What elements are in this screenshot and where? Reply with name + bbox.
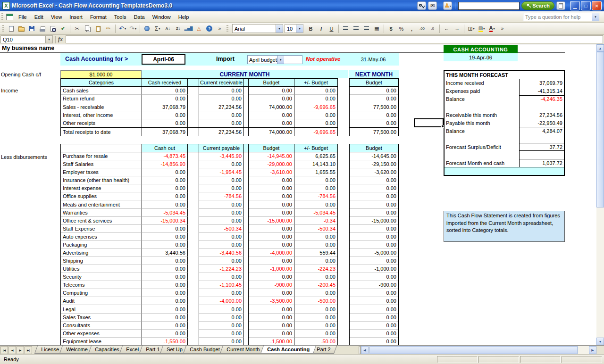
bold-icon[interactable]: B <box>306 24 316 33</box>
horizontal-scrollbar[interactable]: ◀ ▶ <box>361 346 596 354</box>
value-cell[interactable]: -500.34 <box>199 225 244 233</box>
forecast-label[interactable]: Expenses paid <box>445 87 519 95</box>
spacer-cell[interactable] <box>188 289 199 297</box>
value-cell[interactable]: 0.00 <box>294 314 337 322</box>
column-header-cell[interactable] <box>188 79 199 87</box>
spacer-cell[interactable] <box>244 127 249 135</box>
scroll-left-icon[interactable]: ◀ <box>361 346 369 354</box>
value-cell[interactable]: -15,000.00 <box>249 217 294 225</box>
value-cell[interactable]: 0.00 <box>142 95 188 103</box>
forecast-title[interactable]: THIS MONTH FORECAST <box>445 71 564 79</box>
menu-edit[interactable]: Edit <box>31 13 47 21</box>
value-cell[interactable]: 6,625.65 <box>294 152 337 160</box>
spacer-cell[interactable] <box>244 330 249 338</box>
value-cell[interactable]: 0.00 <box>199 111 244 119</box>
value-cell[interactable]: 0.00 <box>199 241 244 249</box>
value-cell[interactable]: 559.44 <box>294 249 337 257</box>
spacer-cell[interactable] <box>188 338 199 345</box>
category-cell[interactable]: Computing <box>61 289 142 297</box>
value-cell[interactable]: 0.00 <box>249 176 294 184</box>
value-cell[interactable]: -29,000.00 <box>249 160 294 168</box>
spacer-cell[interactable] <box>188 119 199 127</box>
value-cell[interactable]: 0.00 <box>350 273 398 281</box>
value-cell[interactable]: -784.56 <box>294 192 337 200</box>
value-cell[interactable]: 0.00 <box>249 184 294 192</box>
value-cell[interactable]: 0.00 <box>294 87 337 95</box>
spacer-cell[interactable] <box>188 305 199 313</box>
forecast-label[interactable]: Balance <box>445 95 519 103</box>
vertical-scroll-thumb[interactable] <box>596 52 604 207</box>
value-cell[interactable]: 0.00 <box>142 192 188 200</box>
selected-cell[interactable] <box>414 118 444 127</box>
category-cell[interactable]: Utilities <box>61 265 142 273</box>
spacer-cell[interactable] <box>188 127 199 135</box>
value-cell[interactable]: 0.00 <box>199 200 244 208</box>
spacer-cell[interactable] <box>244 338 249 345</box>
spacer-cell[interactable] <box>244 95 249 103</box>
forecast-value[interactable]: 4,284.07 <box>519 127 564 135</box>
chevron-down-icon[interactable]: ▾ <box>277 56 284 64</box>
spacer-cell[interactable] <box>244 249 249 257</box>
redo-icon[interactable]: ↷▾ <box>128 24 138 33</box>
value-cell[interactable]: 0.00 <box>350 200 398 208</box>
mail-icon[interactable]: ✉ <box>428 1 437 10</box>
import-select[interactable]: April budget ▾ <box>247 55 302 64</box>
value-cell[interactable]: 0.00 <box>350 289 398 297</box>
undo-icon[interactable]: ↶▾ <box>117 24 127 33</box>
value-cell[interactable]: -4,873.45 <box>142 152 188 160</box>
spacer-cell[interactable] <box>188 241 199 249</box>
toolbar-grip[interactable] <box>226 25 228 33</box>
toolbar-grip[interactable] <box>1 13 3 21</box>
value-cell[interactable]: 1,655.55 <box>294 168 337 176</box>
category-cell[interactable]: Staff Expense <box>61 225 142 233</box>
menu-insert[interactable]: Insert <box>66 13 86 21</box>
spacer-cell[interactable] <box>188 225 199 233</box>
align-left-icon[interactable] <box>341 24 351 33</box>
value-cell[interactable]: 0.00 <box>142 233 188 241</box>
next-month-header[interactable]: NEXT MONTH <box>349 70 399 78</box>
category-cell[interactable]: Telecoms <box>61 281 142 289</box>
drawing-icon[interactable]: △ <box>194 24 204 33</box>
category-cell[interactable]: Employer taxes <box>61 168 142 176</box>
value-cell[interactable]: 0.00 <box>350 184 398 192</box>
category-cell[interactable]: Meals and entertainment <box>61 200 142 208</box>
spacer-cell[interactable] <box>244 314 249 322</box>
column-header-cell[interactable]: +/- Budget <box>294 144 337 152</box>
forecast-label[interactable]: Income received <box>445 79 519 87</box>
spacer-cell[interactable] <box>244 176 249 184</box>
next-sheet-button[interactable]: ▶ <box>17 346 24 354</box>
sort-descending-icon[interactable]: Z↓ <box>173 24 183 33</box>
spacer-cell[interactable] <box>188 297 199 305</box>
value-cell[interactable]: 0.00 <box>142 168 188 176</box>
cut-icon[interactable]: ✂ <box>72 24 82 33</box>
value-cell[interactable]: 0.00 <box>294 184 337 192</box>
value-cell[interactable]: 0.00 <box>294 95 337 103</box>
minimize-button[interactable]: ▁ <box>570 1 580 10</box>
scroll-up-icon[interactable]: ▲ <box>596 44 604 52</box>
value-cell[interactable]: 0.00 <box>350 305 398 313</box>
value-cell[interactable]: -3,620.00 <box>350 168 398 176</box>
value-cell[interactable]: 0.00 <box>199 176 244 184</box>
value-cell[interactable]: 0.00 <box>294 111 337 119</box>
value-cell[interactable]: 0.00 <box>249 257 294 265</box>
value-cell[interactable]: 77,500.00 <box>350 103 398 111</box>
value-cell[interactable]: 0.00 <box>350 322 398 330</box>
value-cell[interactable]: -4,000.00 <box>199 297 244 305</box>
value-cell[interactable]: 0.00 <box>142 200 188 208</box>
forecast-value[interactable] <box>519 103 564 111</box>
spacer-cell[interactable] <box>244 273 249 281</box>
column-header-cell[interactable]: Cash out <box>142 144 188 152</box>
fill-color-icon[interactable]: ▨▾ <box>477 24 487 33</box>
value-cell[interactable]: 0.00 <box>199 119 244 127</box>
print-icon[interactable] <box>37 24 47 33</box>
menu-format[interactable]: Format <box>86 13 110 21</box>
value-cell[interactable]: -224.23 <box>294 265 337 273</box>
spacer-cell[interactable] <box>244 184 249 192</box>
column-header-cell[interactable]: Current payable <box>199 144 244 152</box>
value-cell[interactable]: 0.00 <box>199 289 244 297</box>
value-cell[interactable]: -15,000.34 <box>142 217 188 225</box>
merge-and-center-icon[interactable]: ▦ <box>372 24 382 33</box>
value-cell[interactable]: 0.00 <box>249 209 294 217</box>
titlebar-search-input[interactable] <box>458 2 520 10</box>
forecast-label[interactable]: Balance <box>445 127 519 135</box>
